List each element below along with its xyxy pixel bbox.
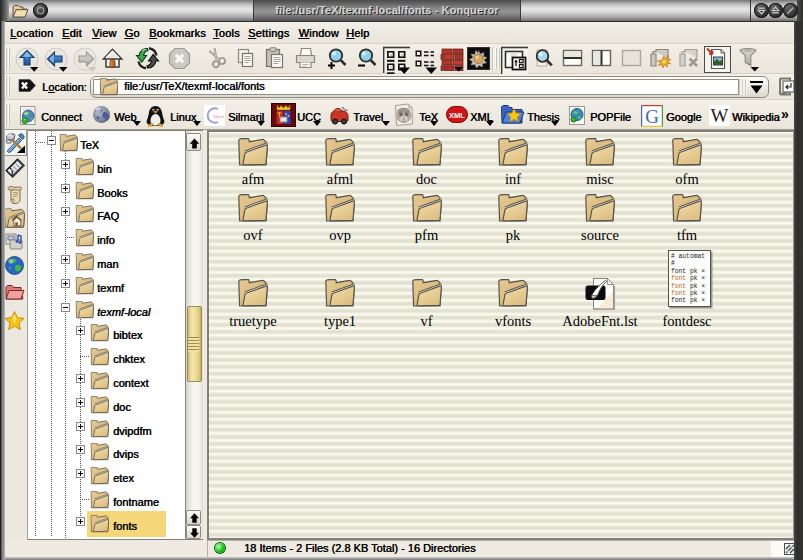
svg-text:Silmaril: Silmaril xyxy=(213,115,224,119)
svg-text:G: G xyxy=(645,106,659,127)
svg-text:W: W xyxy=(711,105,729,126)
svg-text:XML: XML xyxy=(449,111,465,120)
